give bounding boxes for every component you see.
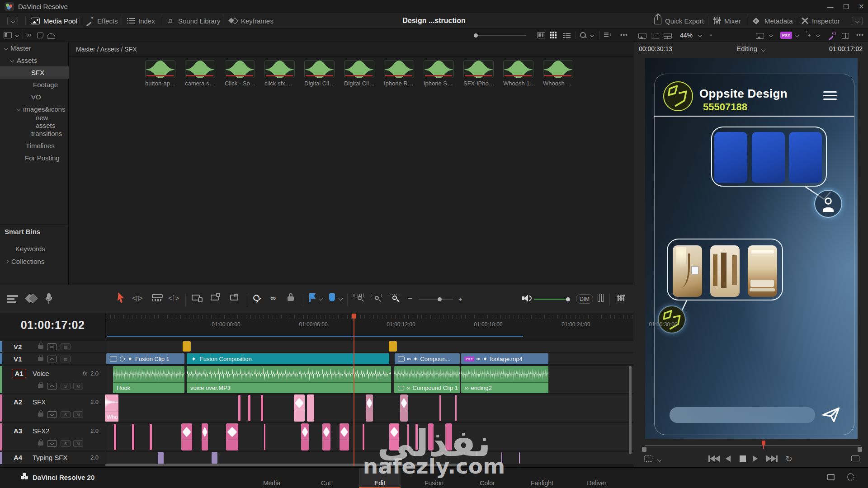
media-clip[interactable]: Whoosh De...	[543, 60, 573, 87]
track-lock-icon[interactable]	[38, 345, 43, 349]
bypass-grades-icon[interactable]	[756, 33, 764, 41]
solo-button[interactable]: S	[61, 440, 71, 447]
typing-sfx-clip[interactable]	[212, 452, 217, 464]
page-tab[interactable]: Cut	[305, 468, 347, 488]
sfx-clip[interactable]	[400, 394, 408, 422]
track-lock-icon[interactable]	[38, 441, 43, 446]
page-tab[interactable]: Media	[251, 468, 292, 488]
bin-display-button[interactable]	[4, 32, 12, 40]
settings-gear-icon[interactable]	[847, 473, 854, 481]
sfx-clip[interactable]	[226, 423, 238, 450]
metadata-button[interactable]: Metadata	[753, 13, 793, 28]
match-frame-icon[interactable]	[851, 455, 859, 461]
selection-tool-icon[interactable]	[117, 292, 126, 304]
timeline-vertical-scrollbar[interactable]	[629, 366, 632, 454]
bin-tree-item[interactable]: VO	[0, 91, 69, 103]
sfx-clip[interactable]	[362, 423, 365, 450]
collections-item[interactable]: Collections	[0, 255, 69, 267]
auto-select-button[interactable]: <>	[47, 356, 57, 362]
sfx-clip[interactable]	[389, 423, 399, 450]
frame-view-button[interactable]: ▤	[61, 343, 71, 350]
play-button[interactable]	[753, 455, 758, 464]
search-icon[interactable]	[580, 32, 587, 41]
sound-library-button[interactable]: Sound Library	[167, 13, 220, 28]
sort-icon[interactable]	[604, 32, 611, 40]
audio-clip-thumbnail[interactable]	[264, 60, 295, 78]
page-tab[interactable]: Edit	[359, 468, 401, 488]
dynamic-trim-icon[interactable]: <ᛙ>	[168, 294, 179, 302]
gang-viewer-icon[interactable]	[651, 33, 659, 41]
close-button[interactable]: ✕	[859, 2, 864, 11]
minimize-button[interactable]: —	[827, 3, 834, 10]
typing-sfx-clip[interactable]	[519, 452, 520, 464]
audio-clip-thumbnail[interactable]	[225, 60, 255, 78]
effects-button[interactable]: Effects	[85, 13, 118, 28]
expand-chevron[interactable]	[17, 107, 20, 111]
dim-button[interactable]: DIM	[576, 294, 593, 304]
play-reverse-button[interactable]	[726, 455, 731, 464]
audio-clip-whoosh[interactable]: Who...	[105, 394, 118, 422]
audio-clip-thumbnail[interactable]	[344, 60, 374, 78]
timeline-clip-compound[interactable]: ∞ ✦ Compoun...	[395, 353, 460, 364]
track-a1-badge[interactable]: A1	[12, 369, 26, 378]
solo-button[interactable]: S	[61, 411, 71, 418]
expand-chevron[interactable]	[4, 46, 8, 50]
bin-tree-item[interactable]: Footage	[0, 79, 69, 91]
auto-select-button[interactable]: <>	[47, 383, 57, 389]
single-viewer-icon[interactable]	[638, 33, 646, 41]
bin-tree-item[interactable]: Assets	[0, 54, 69, 66]
list-view-icon[interactable]	[563, 32, 571, 40]
more-options-icon[interactable]: •••	[620, 32, 628, 38]
timeline-marker[interactable]	[389, 341, 397, 352]
viewer-scrubber[interactable]	[633, 441, 868, 452]
media-clip[interactable]: Iphone Rec...	[384, 60, 414, 87]
zoom-in-button[interactable]: +	[458, 295, 462, 303]
go-to-end-button[interactable]	[766, 455, 778, 464]
page-tab[interactable]: Fairlight	[521, 468, 563, 488]
media-clip[interactable]: camera sho...	[185, 60, 215, 87]
audio-clip-voice-over[interactable]: voice over.MP3	[187, 366, 391, 393]
inspector-button[interactable]: Inspector	[801, 13, 840, 28]
mixer-button[interactable]: Mixer	[713, 13, 741, 28]
resize-mode-icon[interactable]	[644, 455, 652, 462]
viewer-more-icon[interactable]: •••	[856, 32, 864, 38]
panel-toggle-button[interactable]	[7, 13, 18, 28]
linked-bins-icon[interactable]	[26, 32, 33, 40]
sfx-clip[interactable]	[407, 423, 409, 450]
sfx-clip[interactable]	[301, 423, 309, 450]
media-clip[interactable]: click sfx.mp3	[264, 60, 295, 87]
audio-clip-ending2[interactable]: ∞ending2	[461, 366, 548, 393]
timeline-clip-fusion-composition[interactable]: ✦ Fusion Composition	[187, 353, 389, 364]
video-preview[interactable]: Oppsite Design 55507188	[645, 58, 858, 439]
page-tab[interactable]: Fusion	[413, 468, 455, 488]
quick-export-button[interactable]: Quick Export	[654, 13, 704, 28]
auto-select-button[interactable]: <>	[47, 411, 57, 418]
breadcrumb[interactable]: Master / Assets / SFX	[76, 46, 137, 53]
sfx-clip[interactable]	[181, 423, 192, 450]
page-tab[interactable]: Color	[467, 468, 508, 488]
go-to-start-button[interactable]	[708, 455, 720, 464]
mute-button[interactable]: M	[73, 440, 83, 447]
sfx-clip[interactable]	[264, 423, 266, 450]
timeline-clip-footage[interactable]: PXY ∞ ✦ footage.mp4	[461, 353, 548, 364]
sfx-clip[interactable]	[445, 423, 452, 450]
proxy-badge-icon[interactable]: PXY	[780, 32, 792, 39]
audio-clip-thumbnail[interactable]	[463, 60, 494, 78]
thumbnail-size-slider[interactable]	[474, 35, 526, 36]
sfx-clip[interactable]	[202, 423, 208, 450]
media-clip[interactable]: SFX-iPhone,...	[463, 60, 494, 87]
media-clip[interactable]: Whoosh 1....	[503, 60, 533, 87]
typing-sfx-clip[interactable]	[501, 452, 503, 464]
media-clip[interactable]: Click - Soun...	[225, 60, 255, 87]
razor-tool-icon[interactable]	[152, 294, 163, 301]
mute-button[interactable]: M	[73, 411, 83, 418]
snapping-magnet-icon[interactable]: Ω	[250, 292, 263, 305]
solo-button[interactable]: S	[61, 383, 71, 389]
audio-clip-thumbnail[interactable]	[424, 60, 454, 78]
timeline-clip-fusion-clip-1[interactable]: ✦ Fusion Clip 1	[106, 353, 184, 364]
grid-view-icon[interactable]	[550, 32, 557, 38]
index-button[interactable]: Index	[127, 13, 155, 28]
bin-tree-item[interactable]: SFX	[0, 66, 69, 79]
track-lock-icon[interactable]	[38, 384, 43, 388]
mute-button[interactable]: M	[73, 383, 83, 389]
